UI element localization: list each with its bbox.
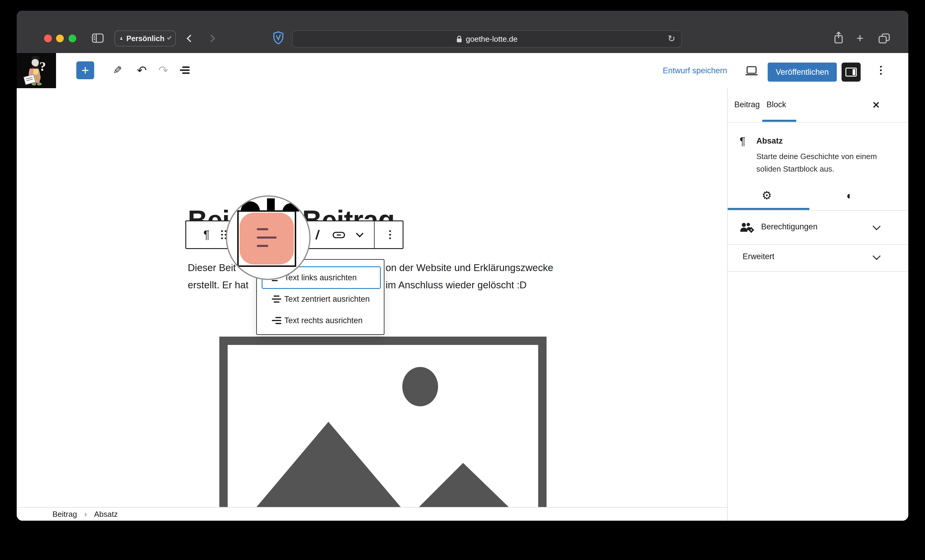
paragraph-text[interactable]: Dieser Beit: [188, 262, 236, 274]
plus-icon: +: [81, 63, 89, 78]
permissions-section[interactable]: Berechtigungen: [728, 210, 908, 245]
profile-label: Persönlich: [127, 34, 164, 43]
options-menu-button[interactable]: [872, 61, 890, 79]
more-formats-button[interactable]: [350, 221, 370, 248]
share-icon[interactable]: [833, 31, 844, 45]
sidebar-toggle-icon[interactable]: [92, 33, 104, 43]
sun-shape: [402, 367, 438, 406]
chevron-down-icon: [167, 35, 172, 40]
paragraph-text[interactable]: erstellt. Er hat: [188, 279, 249, 291]
block-name: Absatz: [756, 136, 783, 146]
desktop-background: Persönlich goethe-lotte.de ↻ +: [0, 0, 925, 560]
kebab-icon: [389, 229, 391, 241]
edit-mode-button[interactable]: ✎: [108, 61, 127, 79]
breadcrumb-block[interactable]: Absatz: [94, 510, 118, 519]
menu-item-align-center[interactable]: Text zentriert ausrichten: [257, 288, 385, 310]
address-bar[interactable]: goethe-lotte.de ↻: [292, 30, 682, 48]
pilcrow-icon: ¶: [740, 135, 745, 148]
list-view-icon: [180, 66, 190, 74]
redo-button[interactable]: ↷: [154, 61, 172, 79]
pilcrow-icon: ¶: [203, 229, 209, 241]
block-description: Starte deine Geschichte von einem solide…: [756, 150, 895, 175]
person-icon: [120, 35, 123, 42]
breadcrumb-separator: ›: [84, 509, 87, 519]
profile-button[interactable]: Persönlich: [114, 30, 176, 47]
browser-window: Persönlich goethe-lotte.de ↻ +: [17, 11, 908, 521]
magnified-letter-shape: [267, 199, 275, 211]
paragraph-text[interactable]: on der Website und Erklärungszwecke: [386, 262, 553, 274]
tab-block[interactable]: Block: [767, 100, 786, 109]
align-left-icon: [257, 236, 277, 239]
magnified-letter-shape: [241, 201, 260, 211]
gear-icon[interactable]: ⚙: [762, 189, 772, 202]
block-type-button[interactable]: ¶: [194, 221, 218, 248]
editor-topbar: ? + ✎ ↶ ↷: [17, 53, 908, 89]
preview-icon[interactable]: [745, 66, 758, 76]
link-button[interactable]: [328, 221, 350, 248]
sidebar-icon-tabs: ⚙ ◐: [728, 184, 908, 211]
italic-button[interactable]: [308, 221, 327, 248]
new-tab-icon[interactable]: +: [856, 32, 863, 44]
align-center-icon: [272, 295, 281, 303]
tab-post[interactable]: Beitrag: [734, 100, 760, 109]
save-draft-button[interactable]: Entwurf speichern: [663, 66, 727, 75]
editor-content: Bei Beitrag Dieser Beit on der Website u…: [17, 88, 908, 521]
browser-titlebar: Persönlich goethe-lotte.de ↻ +: [17, 11, 908, 53]
magnified-align-button-highlight: [240, 213, 294, 265]
pencil-icon: ✎: [113, 64, 122, 77]
zoom-window-button[interactable]: [69, 35, 76, 42]
block-options-button[interactable]: [378, 221, 402, 248]
redo-icon: ↷: [158, 63, 169, 77]
menu-item-align-right[interactable]: Text rechts ausrichten: [257, 310, 385, 331]
undo-icon: ↶: [137, 63, 147, 77]
toolbar-separator: [374, 221, 375, 248]
lock-icon: [456, 35, 462, 43]
chevron-down-icon: [872, 252, 881, 260]
active-tab-underline: [762, 120, 796, 122]
site-icon[interactable]: ?: [17, 53, 56, 88]
block-inserter-button[interactable]: +: [76, 61, 94, 79]
svg-text:?: ?: [39, 59, 46, 74]
url-text: goethe-lotte.de: [466, 35, 517, 44]
italic-icon: [315, 230, 319, 240]
advanced-label: Erweitert: [743, 252, 774, 261]
reload-icon[interactable]: ↻: [668, 33, 675, 44]
breadcrumb-post[interactable]: Beitrag: [53, 510, 77, 519]
settings-sidebar-toggle[interactable]: [842, 63, 861, 81]
paragraph-text[interactable]: im Anschluss wieder gelöscht :D: [386, 279, 527, 291]
permissions-icon: [739, 222, 755, 233]
forward-button[interactable]: [207, 35, 215, 42]
document-overview-button[interactable]: [176, 61, 194, 79]
zoom-annotation-lens: [226, 196, 310, 280]
privacy-shield-icon[interactable]: [273, 31, 284, 45]
back-button[interactable]: [187, 35, 194, 42]
align-left-icon: [257, 245, 268, 247]
undo-button[interactable]: ↶: [133, 61, 151, 79]
sidebar-tabs: Beitrag Block: [728, 88, 908, 123]
kebab-icon: [880, 64, 882, 77]
align-right-icon: [272, 317, 281, 324]
close-window-button[interactable]: [44, 35, 52, 42]
align-left-icon: [257, 228, 268, 230]
minimize-window-button[interactable]: [56, 35, 64, 42]
image-placeholder[interactable]: [219, 337, 547, 521]
goethe-illustration-icon: ?: [17, 53, 56, 88]
settings-sidebar: Beitrag Block ¶ Absatz Starte deine Gesc…: [727, 88, 908, 521]
breadcrumb-bar: Beitrag › Absatz: [17, 507, 727, 521]
chevron-down-icon: [356, 230, 363, 237]
styles-icon[interactable]: ◐: [846, 190, 853, 202]
active-icon-tab-underline: [728, 208, 809, 210]
advanced-section[interactable]: Erweitert: [728, 244, 908, 272]
tab-overview-icon[interactable]: [878, 33, 890, 44]
link-icon: [332, 230, 346, 239]
sidebar-panel-icon: [845, 68, 857, 77]
publish-button[interactable]: Veröffentlichen: [768, 63, 837, 81]
permissions-label: Berechtigungen: [761, 222, 817, 232]
chevron-down-icon: [872, 222, 881, 230]
